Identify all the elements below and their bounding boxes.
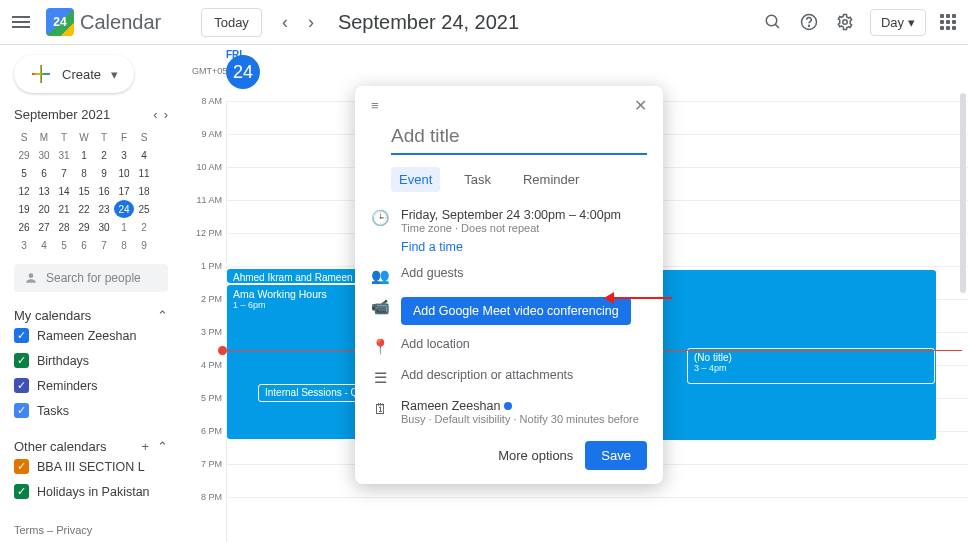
mini-day[interactable]: 6 — [34, 164, 54, 182]
mini-day[interactable]: 20 — [34, 200, 54, 218]
checkbox-icon[interactable]: ✓ — [14, 484, 29, 499]
mini-day[interactable]: 26 — [14, 218, 34, 236]
add-location-button[interactable]: Add location — [401, 337, 647, 351]
event-visibility-info: Busy · Default visibility · Notify 30 mi… — [401, 413, 647, 425]
find-time-link[interactable]: Find a time — [401, 240, 647, 254]
hour-label: 9 AM — [188, 129, 222, 139]
mini-day[interactable]: 16 — [94, 182, 114, 200]
event-title-input[interactable] — [391, 121, 647, 155]
day-number[interactable]: 24 — [226, 55, 260, 89]
mini-day[interactable]: 8 — [114, 236, 134, 254]
create-button[interactable]: Create ▾ — [14, 55, 134, 93]
prev-day-button[interactable]: ‹ — [272, 9, 298, 35]
today-button[interactable]: Today — [201, 8, 262, 37]
hour-label: 11 AM — [188, 195, 222, 205]
google-apps-icon[interactable] — [940, 14, 956, 30]
calendar-item[interactable]: ✓ Birthdays — [14, 348, 168, 373]
main-menu-icon[interactable] — [12, 10, 36, 34]
hour-label: 6 PM — [188, 426, 222, 436]
mini-day[interactable]: 19 — [14, 200, 34, 218]
search-people-input[interactable]: Search for people — [14, 264, 168, 292]
calendar-item[interactable]: ✓ BBA III SECTION L — [14, 454, 168, 479]
checkbox-icon[interactable]: ✓ — [14, 378, 29, 393]
mini-day[interactable]: 7 — [54, 164, 74, 182]
mini-day[interactable]: 17 — [114, 182, 134, 200]
mini-day[interactable]: 30 — [94, 218, 114, 236]
scrollbar[interactable] — [960, 93, 966, 293]
calendar-item[interactable]: ✓ Rameen Zeeshan — [14, 323, 168, 348]
add-calendar-icon[interactable]: + — [141, 439, 149, 454]
mini-day[interactable]: 5 — [54, 236, 74, 254]
help-icon[interactable] — [798, 11, 820, 33]
calendar-item[interactable]: ✓ Reminders — [14, 373, 168, 398]
mini-day[interactable]: 4 — [134, 146, 154, 164]
mini-day[interactable]: 31 — [54, 146, 74, 164]
mini-day[interactable]: 8 — [74, 164, 94, 182]
mini-day[interactable]: 13 — [34, 182, 54, 200]
close-icon[interactable]: ✕ — [634, 96, 647, 115]
add-meet-button[interactable]: Add Google Meet video conferencing — [401, 297, 631, 325]
mini-next-month[interactable]: › — [164, 107, 168, 122]
mini-day[interactable]: 6 — [74, 236, 94, 254]
terms-link[interactable]: Terms — [14, 524, 44, 536]
annotation-arrow — [606, 297, 672, 299]
mini-day[interactable]: 9 — [134, 236, 154, 254]
save-button[interactable]: Save — [585, 441, 647, 470]
mini-day[interactable]: 24 — [114, 200, 134, 218]
checkbox-icon[interactable]: ✓ — [14, 403, 29, 418]
mini-day[interactable]: 28 — [54, 218, 74, 236]
checkbox-icon[interactable]: ✓ — [14, 459, 29, 474]
hour-label: 7 PM — [188, 459, 222, 469]
checkbox-icon[interactable]: ✓ — [14, 328, 29, 343]
add-description-button[interactable]: Add description or attachments — [401, 368, 647, 382]
event-datetime[interactable]: Friday, September 24 3:00pm – 4:00pm — [401, 208, 647, 222]
tab-event[interactable]: Event — [391, 167, 440, 192]
mini-day[interactable]: 21 — [54, 200, 74, 218]
mini-day[interactable]: 18 — [134, 182, 154, 200]
mini-day[interactable]: 5 — [14, 164, 34, 182]
mini-calendar[interactable]: SMTWTFS293031123456789101112131415161718… — [14, 128, 168, 254]
sidebar: Create ▾ September 2021 ‹› SMTWTFS293031… — [0, 45, 182, 542]
event-no-title[interactable]: (No title) 3 – 4pm — [687, 348, 935, 384]
privacy-link[interactable]: Privacy — [56, 524, 92, 536]
mini-day[interactable]: 3 — [14, 236, 34, 254]
mini-day[interactable]: 22 — [74, 200, 94, 218]
mini-day[interactable]: 30 — [34, 146, 54, 164]
checkbox-icon[interactable]: ✓ — [14, 353, 29, 368]
mini-day[interactable]: 23 — [94, 200, 114, 218]
settings-icon[interactable] — [834, 11, 856, 33]
mini-day[interactable]: 4 — [34, 236, 54, 254]
mini-day[interactable]: 11 — [134, 164, 154, 182]
event-repeat-info: Time zone · Does not repeat — [401, 222, 647, 234]
mini-day[interactable]: 14 — [54, 182, 74, 200]
calendar-item[interactable]: ✓ Holidays in Pakistan — [14, 479, 168, 504]
mini-day[interactable]: 1 — [74, 146, 94, 164]
mini-day[interactable]: 29 — [14, 146, 34, 164]
mini-day[interactable]: 12 — [14, 182, 34, 200]
drag-handle-icon[interactable]: ≡ — [371, 98, 381, 113]
tab-task[interactable]: Task — [456, 167, 499, 192]
mini-day[interactable]: 3 — [114, 146, 134, 164]
next-day-button[interactable]: › — [298, 9, 324, 35]
other-calendars-toggle[interactable]: Other calendars +⌃ — [14, 439, 168, 454]
mini-prev-month[interactable]: ‹ — [153, 107, 157, 122]
mini-day[interactable]: 7 — [94, 236, 114, 254]
chevron-up-icon: ⌃ — [157, 308, 168, 323]
search-icon[interactable] — [762, 11, 784, 33]
view-selector[interactable]: Day▾ — [870, 9, 926, 36]
my-calendars-toggle[interactable]: My calendars ⌃ — [14, 308, 168, 323]
mini-day[interactable]: 1 — [114, 218, 134, 236]
calendar-item[interactable]: ✓ Tasks — [14, 398, 168, 423]
add-guests-button[interactable]: Add guests — [401, 266, 647, 280]
mini-day[interactable]: 2 — [134, 218, 154, 236]
mini-day[interactable]: 15 — [74, 182, 94, 200]
mini-day[interactable]: 10 — [114, 164, 134, 182]
mini-day[interactable]: 29 — [74, 218, 94, 236]
tab-reminder[interactable]: Reminder — [515, 167, 587, 192]
app-title: Calendar — [80, 11, 161, 34]
mini-day[interactable]: 27 — [34, 218, 54, 236]
mini-day[interactable]: 2 — [94, 146, 114, 164]
more-options-button[interactable]: More options — [498, 448, 573, 463]
mini-day[interactable]: 9 — [94, 164, 114, 182]
mini-day[interactable]: 25 — [134, 200, 154, 218]
